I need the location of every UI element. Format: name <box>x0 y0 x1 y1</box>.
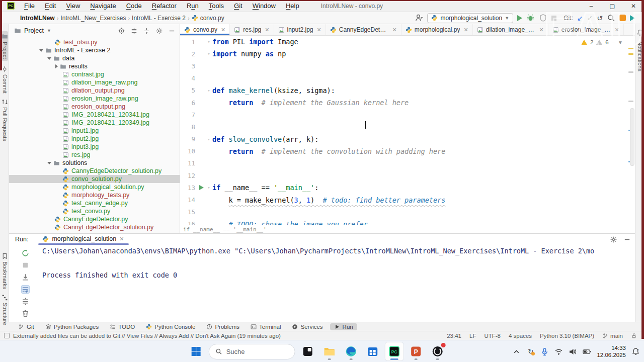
status-widget[interactable]: LF <box>469 333 476 339</box>
project-panel-title[interactable]: Project ▼ <box>14 27 51 34</box>
tree-item[interactable]: results <box>9 62 180 70</box>
tree-item[interactable]: dilation_image_raw.png <box>9 78 180 86</box>
breadcrumb-item[interactable]: IntroMLNew <box>20 15 55 22</box>
close-button[interactable]: ✕ <box>623 0 644 12</box>
collapse-all-icon[interactable] <box>143 27 150 35</box>
tree-item[interactable]: contrast.jpg <box>9 70 180 78</box>
tree-item[interactable]: CannyEdgeDetector_solution.py <box>9 167 180 175</box>
tree-item[interactable]: data <box>9 54 180 62</box>
code-editor[interactable]: 1▾from PIL import Image2▾import numpy as… <box>180 36 628 225</box>
tree-item[interactable]: erosion_output.png <box>9 103 180 111</box>
gear-icon[interactable] <box>155 27 163 35</box>
toolwindow-commit[interactable]: Commit <box>2 66 8 94</box>
editor-breadcrumb-bar[interactable]: if __name__ == '__main__' <box>180 225 635 233</box>
tree-item[interactable]: CannyEdgeDetector.py <box>9 215 180 223</box>
wifi-icon[interactable] <box>554 347 563 356</box>
hide-panel-icon[interactable] <box>168 27 176 35</box>
toolwindow-button-services[interactable]: Services <box>288 323 327 330</box>
microphone-icon[interactable] <box>540 347 549 356</box>
tree-item[interactable]: test_otsu.py <box>9 38 180 46</box>
taskbar-app-start[interactable] <box>187 342 205 360</box>
toolwindow-button-run[interactable]: Run <box>330 323 357 330</box>
close-icon[interactable]: ✕ <box>539 27 543 33</box>
chevron-down-icon[interactable] <box>47 162 51 164</box>
maximize-button[interactable]: ▢ <box>602 0 623 12</box>
toolwindow-button-python-console[interactable]: Python Console <box>142 323 199 330</box>
toolwindow-button-git[interactable]: Git <box>14 323 38 330</box>
scroll-to-end-icon[interactable] <box>21 297 30 306</box>
clear-all-icon[interactable] <box>21 309 30 318</box>
toolwindow-structure[interactable]: Structure <box>2 294 8 325</box>
editor-tab[interactable]: convo.py✕ <box>180 24 230 35</box>
tree-item[interactable]: test_canny_edge.py <box>9 199 180 207</box>
tree-item[interactable]: input3.jpg <box>9 143 180 151</box>
menu-item-file[interactable]: File <box>20 1 39 11</box>
tree-item[interactable]: test_convo.py <box>9 207 180 215</box>
tree-item[interactable]: CannyEdgeDetector_solution.py <box>9 223 180 231</box>
close-icon[interactable]: ✕ <box>119 236 124 242</box>
git-update-icon[interactable]: ↙ <box>577 14 583 22</box>
editor-tab[interactable]: res.jpg✕ <box>230 24 274 35</box>
taskbar-app-powerpoint[interactable]: P <box>407 342 425 360</box>
run-console-output[interactable]: C:\Users\Johan\anaconda3\envs\BIMAP\pyth… <box>42 247 633 321</box>
editor-tab[interactable]: CannyEdgeDetector.py✕ <box>326 24 401 35</box>
minimize-button[interactable]: – <box>581 0 602 12</box>
close-icon[interactable]: ✕ <box>317 27 321 33</box>
taskbar-app-explorer[interactable] <box>320 342 339 360</box>
undo-icon[interactable]: ↺ <box>597 14 603 22</box>
taskbar-app-edge[interactable] <box>342 342 360 360</box>
search-everywhere-icon[interactable] <box>607 14 615 22</box>
taskbar-app-taskview[interactable] <box>299 342 317 360</box>
soft-wrap-icon[interactable] <box>21 285 30 294</box>
tree-item[interactable]: erosion_image_raw.png <box>9 95 180 103</box>
stop-button[interactable] <box>551 16 556 21</box>
run-button[interactable] <box>517 15 522 21</box>
menu-item-help[interactable]: Help <box>281 1 304 11</box>
rerun-icon[interactable] <box>21 249 30 257</box>
taskbar-app-pycharm[interactable]: PC <box>385 342 404 360</box>
tree-item[interactable]: morphology_tests.py <box>9 191 180 199</box>
git-commit-icon[interactable]: ✓ <box>587 14 593 22</box>
run-configuration-select[interactable]: morphological_solution ▼ <box>427 13 513 23</box>
chevron-down-icon[interactable] <box>47 57 51 60</box>
editor-tab[interactable]: input2.jpg✕ <box>274 24 326 35</box>
toolwindow-button-python-packages[interactable]: Python Packages <box>41 323 103 330</box>
toolwindow-pull-requests[interactable]: Pull Requests <box>2 99 8 141</box>
close-icon[interactable]: ✕ <box>265 27 269 33</box>
chevron-right-icon[interactable] <box>55 64 58 68</box>
editor-tab[interactable]: dilation_image_raw.png✕ <box>473 24 548 35</box>
tree-item[interactable]: IMG_20180421_120341.jpg <box>9 111 180 119</box>
tree-item[interactable]: convo_solution.py <box>9 175 180 183</box>
chevron-down-icon[interactable] <box>39 49 43 52</box>
notification-bell-icon[interactable]: z <box>631 347 640 356</box>
expand-all-icon[interactable] <box>130 27 138 35</box>
tree-item[interactable]: dilation_output.png <box>9 86 180 95</box>
tree-item[interactable]: IMG_20180421_120349.jpg <box>9 119 180 127</box>
coverage-button[interactable] <box>539 14 547 22</box>
menu-item-window[interactable]: Window <box>248 1 280 11</box>
close-icon[interactable]: ✕ <box>221 27 225 33</box>
status-message[interactable]: Externally added files can be added to G… <box>4 333 281 339</box>
plugin-teal-icon[interactable] <box>630 15 635 21</box>
gear-icon[interactable] <box>610 236 617 243</box>
toolwindow-button-problems[interactable]: Problems <box>202 323 244 330</box>
editor-tab[interactable]: erosion_image_raw.png✕ <box>548 24 624 35</box>
user-account-icon[interactable] <box>415 14 423 22</box>
tree-item[interactable]: IntroML - Exercise 2 <box>9 46 180 54</box>
inspections-widget[interactable]: 2 6 – ▼ <box>581 39 623 45</box>
toolwindow-project[interactable]: Project <box>2 31 8 61</box>
breadcrumb-item[interactable]: IntroML - Exercise 2 <box>132 15 186 22</box>
scroll-down-icon[interactable] <box>21 273 30 282</box>
plugin-orange-icon[interactable] <box>619 15 626 21</box>
toolwindow-bookmarks[interactable]: Bookmarks <box>2 253 8 289</box>
lock-icon[interactable] <box>631 333 637 339</box>
run-line-icon[interactable] <box>199 185 204 190</box>
tree-item[interactable]: morphological_solution.py <box>9 183 180 191</box>
taskbar-app-store[interactable] <box>364 342 382 360</box>
menu-item-navigate[interactable]: Navigate <box>86 1 120 11</box>
locate-file-icon[interactable] <box>118 27 125 35</box>
tray-chevron-up-icon[interactable] <box>512 347 521 356</box>
tree-item[interactable]: res.jpg <box>9 151 180 159</box>
menu-item-tools[interactable]: Tools <box>204 1 228 11</box>
close-icon[interactable]: ✕ <box>614 27 619 33</box>
